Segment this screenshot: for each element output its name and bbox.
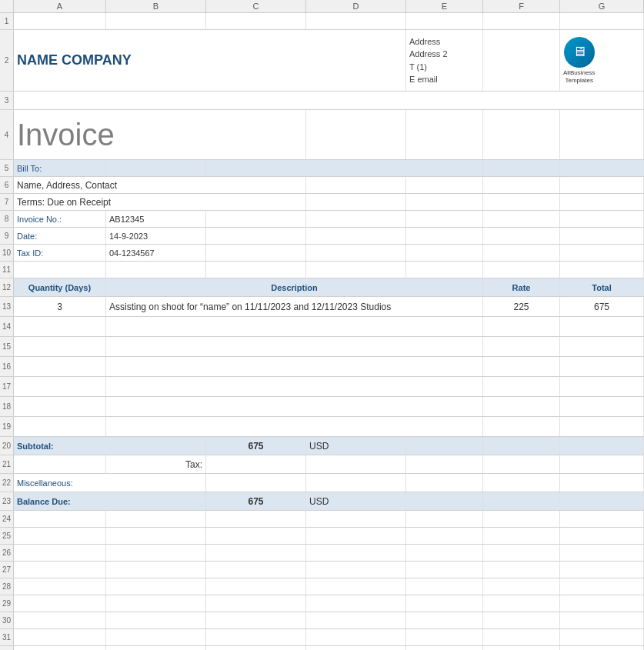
cell-d10[interactable] xyxy=(306,245,406,261)
cell-f8[interactable] xyxy=(483,211,560,227)
balance-value[interactable]: 675 xyxy=(206,492,306,510)
cell-e4[interactable] xyxy=(406,110,483,159)
terms-cell[interactable]: Terms: Due on Receipt xyxy=(14,194,306,210)
misc-label[interactable]: Miscellaneous: xyxy=(14,474,206,492)
address-cell[interactable]: Address Address 2 T (1) E email xyxy=(406,30,483,91)
address-line2: Address 2 xyxy=(409,48,448,61)
cell-f20[interactable] xyxy=(483,437,560,455)
subtotal-label[interactable]: Subtotal: xyxy=(14,437,206,455)
cell-e1[interactable] xyxy=(406,13,483,29)
cell-a1[interactable] xyxy=(14,13,106,29)
cell-f1[interactable] xyxy=(483,13,560,29)
cell-g4[interactable] xyxy=(560,110,644,159)
cell-g5[interactable] xyxy=(560,160,644,176)
cell-d21[interactable] xyxy=(306,455,406,473)
cell-c9[interactable] xyxy=(206,228,306,244)
row-number: 5 xyxy=(0,160,14,176)
cell-g20[interactable] xyxy=(560,437,644,455)
row-number: 19 xyxy=(0,417,14,436)
cell-e7[interactable] xyxy=(406,194,483,210)
rate-cell[interactable]: 225 xyxy=(483,297,560,316)
desc-cell[interactable]: Assisting on shoot for “name” on 11/11/2… xyxy=(106,297,483,316)
cell-d1[interactable] xyxy=(306,13,406,29)
invoice-title-cell[interactable]: Invoice xyxy=(14,110,306,159)
cell-g21[interactable] xyxy=(560,455,644,473)
cell-e5[interactable] xyxy=(406,160,483,176)
cell-g8[interactable] xyxy=(560,211,644,227)
cell-a21[interactable] xyxy=(14,455,106,473)
invoice-no-value[interactable]: AB12345 xyxy=(106,211,206,227)
cell-g11[interactable] xyxy=(560,262,644,278)
bill-to-label[interactable]: Bill To: xyxy=(14,160,106,176)
col-header-d: D xyxy=(306,0,406,12)
cell-f10[interactable] xyxy=(483,245,560,261)
cell-d22[interactable] xyxy=(306,474,406,492)
cell-d7[interactable] xyxy=(306,194,406,210)
total-cell[interactable]: 675 xyxy=(560,297,644,316)
cell-d11[interactable] xyxy=(306,262,406,278)
cell-g22[interactable] xyxy=(560,474,644,492)
cell-a11[interactable] xyxy=(14,262,106,278)
cell-b11[interactable] xyxy=(106,262,206,278)
row-number: 16 xyxy=(0,357,14,376)
row-number: 4 xyxy=(0,110,14,159)
row-number: 20 xyxy=(0,437,14,455)
cell-g9[interactable] xyxy=(560,228,644,244)
cell-f2[interactable] xyxy=(483,30,560,91)
cell-f9[interactable] xyxy=(483,228,560,244)
cell-d8[interactable] xyxy=(306,211,406,227)
cell-d6[interactable] xyxy=(306,177,406,193)
cell-e9[interactable] xyxy=(406,228,483,244)
cell-g7[interactable] xyxy=(560,194,644,210)
col-header-rownum xyxy=(0,0,14,12)
subtotal-value[interactable]: 675 xyxy=(206,437,306,455)
cell-f11[interactable] xyxy=(483,262,560,278)
cell-f5[interactable] xyxy=(483,160,560,176)
cell-e21[interactable] xyxy=(406,455,483,473)
balance-label[interactable]: Balance Due: xyxy=(14,492,206,510)
cell-e22[interactable] xyxy=(406,474,483,492)
cell-g10[interactable] xyxy=(560,245,644,261)
cell-g23[interactable] xyxy=(560,492,644,510)
desc-header: Description xyxy=(106,278,483,296)
cell-f23[interactable] xyxy=(483,492,560,510)
cell-e23[interactable] xyxy=(406,492,483,510)
balance-currency[interactable]: USD xyxy=(306,492,406,510)
subtotal-currency[interactable]: USD xyxy=(306,437,406,455)
cell-e11[interactable] xyxy=(406,262,483,278)
bill-info-cell[interactable]: Name, Address, Contact xyxy=(14,177,306,193)
cell-f21[interactable] xyxy=(483,455,560,473)
cell-f4[interactable] xyxy=(483,110,560,159)
cell-c11[interactable] xyxy=(206,262,306,278)
cell-e10[interactable] xyxy=(406,245,483,261)
tax-id-label[interactable]: Tax ID: xyxy=(14,245,106,261)
cell-f7[interactable] xyxy=(483,194,560,210)
tax-id-value[interactable]: 04-1234567 xyxy=(106,245,206,261)
cell-d9[interactable] xyxy=(306,228,406,244)
cell-d4[interactable] xyxy=(306,110,406,159)
tax-label[interactable]: Tax: xyxy=(106,455,206,473)
cell-c21[interactable] xyxy=(206,455,306,473)
qty-cell[interactable]: 3 xyxy=(14,297,106,316)
date-value[interactable]: 14-9-2023 xyxy=(106,228,206,244)
cell-c10[interactable] xyxy=(206,245,306,261)
cell-f22[interactable] xyxy=(483,474,560,492)
cell-g6[interactable] xyxy=(560,177,644,193)
cell-a3[interactable] xyxy=(14,92,644,109)
invoice-no-label[interactable]: Invoice No.: xyxy=(14,211,106,227)
company-name-cell[interactable]: NAME COMPANY xyxy=(14,30,406,91)
cell-b5[interactable] xyxy=(106,160,206,176)
cell-d5[interactable] xyxy=(306,160,406,176)
cell-c8[interactable] xyxy=(206,211,306,227)
cell-g1[interactable] xyxy=(560,13,644,29)
cell-b1[interactable] xyxy=(106,13,206,29)
cell-e20[interactable] xyxy=(406,437,483,455)
table-row: 17 xyxy=(0,377,644,397)
cell-e6[interactable] xyxy=(406,177,483,193)
date-label[interactable]: Date: xyxy=(14,228,106,244)
cell-c1[interactable] xyxy=(206,13,306,29)
cell-f6[interactable] xyxy=(483,177,560,193)
cell-c22[interactable] xyxy=(206,474,306,492)
cell-c5[interactable] xyxy=(206,160,306,176)
cell-e8[interactable] xyxy=(406,211,483,227)
